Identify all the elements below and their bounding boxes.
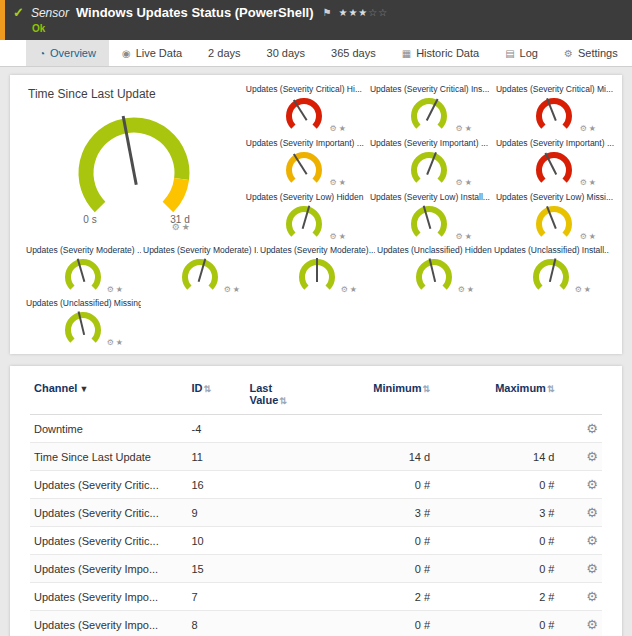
tab-label: Settings xyxy=(578,47,618,59)
gauge-pin-icon[interactable]: ★ xyxy=(116,285,125,294)
gauge-pin-icon[interactable]: ★ xyxy=(182,222,192,232)
channel-name[interactable]: Updates (Severity Impo... xyxy=(30,583,188,611)
gauge-pin-icon[interactable]: ★ xyxy=(465,178,474,187)
gauge-pin-icon[interactable]: ★ xyxy=(467,285,476,294)
gauge-settings-icon[interactable]: ⚙ xyxy=(172,222,182,232)
gauge-settings-icon[interactable]: ⚙ xyxy=(456,178,465,187)
gauge-pin-icon[interactable]: ★ xyxy=(233,285,242,294)
gauge-dial xyxy=(53,308,113,348)
tab-log[interactable]: ▤Log xyxy=(492,40,551,66)
channel-gauge: Updates (Unclassified) Install... ⚙★ xyxy=(492,244,609,295)
column-header-maximum[interactable]: Maximum⇅ xyxy=(434,372,558,415)
tab-overview[interactable]: ◔Overview xyxy=(26,40,109,66)
flag-icon[interactable]: ⚑ xyxy=(322,7,331,18)
channel-maximum xyxy=(434,415,558,443)
gauge-pin-icon[interactable]: ★ xyxy=(339,178,348,187)
column-header-minimum[interactable]: Minimum⇅ xyxy=(310,372,434,415)
gauge-settings-icon[interactable]: ⚙ xyxy=(107,285,116,294)
table-row: Updates (Severity Critic... 16 0 # 0 # ⚙ xyxy=(30,471,602,499)
channel-settings-icon[interactable]: ⚙ xyxy=(586,533,598,548)
overview-panel: Time Since Last Update 0 s 31 d ⚙★ Updat… xyxy=(10,75,622,354)
channel-gauge-label: Updates (Severity Moderate)... xyxy=(258,245,375,255)
channel-gauge-label: Updates (Severity Important) ... xyxy=(244,138,364,148)
channel-last-value xyxy=(246,443,310,471)
object-kind-label: Sensor xyxy=(31,6,69,20)
gauge-settings-icon[interactable]: ⚙ xyxy=(458,285,467,294)
gauge-pin-icon[interactable]: ★ xyxy=(589,232,598,241)
channel-name[interactable]: Downtime xyxy=(30,415,188,443)
gauge-dial xyxy=(404,255,464,295)
channel-last-value xyxy=(246,471,310,499)
main-gauge-icons: ⚙★ xyxy=(172,222,192,232)
channel-settings-icon[interactable]: ⚙ xyxy=(586,449,598,464)
tab-label: Historic Data xyxy=(416,47,479,59)
channel-gauge: Updates (Severity Low) Missi... ⚙★ xyxy=(494,191,614,242)
gauge-settings-icon[interactable]: ⚙ xyxy=(580,178,589,187)
gauge-settings-icon[interactable]: ⚙ xyxy=(575,285,584,294)
channel-name[interactable]: Time Since Last Update xyxy=(30,443,188,471)
gauge-pin-icon[interactable]: ★ xyxy=(465,232,474,241)
table-row: Updates (Severity Impo... 7 2 # 2 # ⚙ xyxy=(30,583,602,611)
gauge-pin-icon[interactable]: ★ xyxy=(465,124,474,133)
gauge-settings-icon[interactable]: ⚙ xyxy=(341,285,350,294)
log-icon: ▤ xyxy=(505,48,514,59)
gauge-settings-icon[interactable]: ⚙ xyxy=(224,285,233,294)
column-header-id[interactable]: ID⇅ xyxy=(188,372,246,415)
gauge-pin-icon[interactable]: ★ xyxy=(589,178,598,187)
channel-settings-icon[interactable]: ⚙ xyxy=(586,421,598,436)
gauge-dial xyxy=(399,202,459,242)
column-header-last-value[interactable]: Last Value⇅ xyxy=(246,372,310,415)
gauge-settings-icon[interactable]: ⚙ xyxy=(330,232,339,241)
channel-settings-icon[interactable]: ⚙ xyxy=(586,589,598,604)
tab-365-days[interactable]: 365 days xyxy=(318,40,389,66)
gauge-dial xyxy=(274,202,334,242)
gauge-settings-icon[interactable]: ⚙ xyxy=(330,178,339,187)
tab-historic-data[interactable]: ▦Historic Data xyxy=(389,40,492,66)
channel-gauge-label: Updates (Severity Important) ... xyxy=(494,138,614,148)
channel-gauge: Updates (Severity Moderate) I... ⚙★ xyxy=(141,244,258,295)
channel-name[interactable]: Updates (Severity Critic... xyxy=(30,471,188,499)
channel-name[interactable]: Updates (Severity Impo... xyxy=(30,611,188,636)
channel-minimum xyxy=(310,415,434,443)
channel-settings-icon[interactable]: ⚙ xyxy=(586,505,598,520)
gauge-dial xyxy=(170,255,230,295)
gauge-pin-icon[interactable]: ★ xyxy=(589,124,598,133)
gauge-settings-icon[interactable]: ⚙ xyxy=(580,232,589,241)
channel-table-panel: Channel▼ ID⇅ Last Value⇅ Minimum⇅ Maximu… xyxy=(10,366,622,636)
gauge-settings-icon[interactable]: ⚙ xyxy=(456,232,465,241)
channel-minimum: 3 # xyxy=(310,499,434,527)
channel-id: 15 xyxy=(188,555,246,583)
channel-settings-icon[interactable]: ⚙ xyxy=(586,617,598,632)
gauge-settings-icon[interactable]: ⚙ xyxy=(456,124,465,133)
tab-label: Log xyxy=(520,47,538,59)
gauge-pin-icon[interactable]: ★ xyxy=(116,338,125,347)
channel-maximum: 0 # xyxy=(434,527,558,555)
gauge-settings-icon[interactable]: ⚙ xyxy=(107,338,116,347)
channel-settings-icon[interactable]: ⚙ xyxy=(586,561,598,576)
channel-gauge-label: Updates (Severity Critical) Mi... xyxy=(494,84,614,94)
sensor-title: Windows Updates Status (PowerShell) xyxy=(76,5,314,20)
channel-name[interactable]: Updates (Severity Impo... xyxy=(30,555,188,583)
gauge-settings-icon[interactable]: ⚙ xyxy=(580,124,589,133)
gauge-row-2: Updates (Severity Moderate) ... ⚙★Update… xyxy=(16,242,616,295)
channel-gauge-label: Updates (Severity Low) Hidden xyxy=(244,192,364,202)
tab-settings[interactable]: ⚙Settings xyxy=(551,40,631,66)
channel-gauge: Updates (Unclassified) Hidden ⚙★ xyxy=(375,244,492,295)
channel-gauge-label: Updates (Severity Important) ... xyxy=(368,138,490,148)
tab-30-days[interactable]: 30 days xyxy=(254,40,319,66)
channel-gauge: Updates (Severity Low) Hidden ⚙★ xyxy=(244,191,364,242)
channel-name[interactable]: Updates (Severity Critic... xyxy=(30,527,188,555)
channel-name[interactable]: Updates (Severity Critic... xyxy=(30,499,188,527)
gauge-settings-icon[interactable]: ⚙ xyxy=(330,124,339,133)
channel-gauge: Updates (Severity Critical) Mi... ⚙★ xyxy=(494,83,614,134)
channel-last-value xyxy=(246,555,310,583)
gauge-pin-icon[interactable]: ★ xyxy=(339,124,348,133)
channel-settings-icon[interactable]: ⚙ xyxy=(586,477,598,492)
gauge-pin-icon[interactable]: ★ xyxy=(339,232,348,241)
gauge-pin-icon[interactable]: ★ xyxy=(350,285,359,294)
gauge-pin-icon[interactable]: ★ xyxy=(584,285,593,294)
tab-2-days[interactable]: 2 days xyxy=(195,40,253,66)
tab-live-data[interactable]: ◉Live Data xyxy=(109,40,195,66)
priority-stars[interactable]: ★★★☆☆ xyxy=(338,7,388,18)
column-header-channel[interactable]: Channel▼ xyxy=(30,372,188,415)
